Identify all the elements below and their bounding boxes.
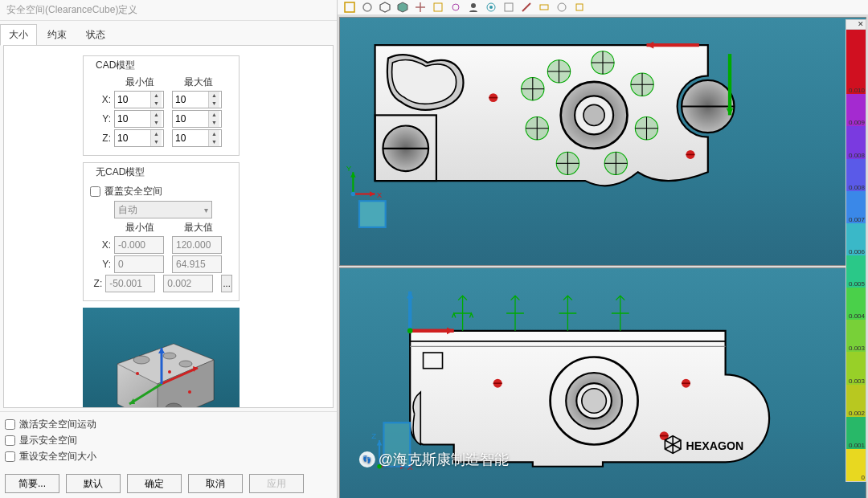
svg-point-17 bbox=[363, 3, 371, 11]
mode-dropdown[interactable]: 自动 ▾ bbox=[114, 201, 212, 218]
hexagon-logo: HEXAGON bbox=[686, 439, 744, 452]
svg-point-24 bbox=[489, 6, 493, 9]
svg-marker-93 bbox=[407, 292, 414, 299]
svg-point-34 bbox=[583, 104, 604, 125]
cad-viewer: X Y bbox=[338, 0, 868, 498]
svg-marker-19 bbox=[398, 2, 407, 12]
nocad-z-min[interactable] bbox=[105, 275, 155, 292]
tool-icon[interactable] bbox=[342, 0, 357, 14]
cube-icon[interactable] bbox=[378, 0, 392, 14]
max-header: 最大值 bbox=[174, 76, 225, 89]
svg-rect-16 bbox=[345, 2, 354, 12]
svg-text:X: X bbox=[377, 190, 383, 199]
activate-checkbox[interactable] bbox=[5, 419, 15, 430]
cad-x-min[interactable]: ▲▼ bbox=[114, 91, 164, 108]
tool-icon[interactable] bbox=[502, 0, 516, 14]
main-toolbar bbox=[338, 0, 868, 15]
nocad-z-max[interactable] bbox=[163, 275, 213, 292]
apply-button[interactable]: 应用 bbox=[249, 474, 304, 493]
reset-checkbox[interactable] bbox=[5, 451, 15, 462]
cad-z-min[interactable]: ▲▼ bbox=[114, 129, 164, 147]
svg-point-21 bbox=[452, 4, 459, 10]
svg-text:Y: Y bbox=[346, 164, 352, 173]
y-label: Y: bbox=[90, 113, 111, 124]
dialog-buttons: 简要... 默认 确定 取消 应用 bbox=[0, 469, 337, 498]
z-label: Z: bbox=[90, 133, 111, 144]
x-label: X: bbox=[90, 94, 111, 105]
top-view[interactable]: X Y bbox=[339, 17, 866, 266]
brief-button[interactable]: 简要... bbox=[5, 474, 59, 493]
settings-icon[interactable] bbox=[448, 0, 463, 14]
svg-marker-72 bbox=[350, 172, 356, 178]
nocad-y-min[interactable] bbox=[114, 255, 164, 273]
cancel-button[interactable]: 取消 bbox=[188, 474, 243, 493]
tool-icon[interactable] bbox=[360, 0, 375, 14]
cad-z-max[interactable]: ▲▼ bbox=[172, 129, 222, 147]
preview-3d[interactable] bbox=[83, 308, 240, 408]
clearance-cube-panel: 安全空间(ClearanceCube)定义 大小 约束 状态 CAD模型 最小值… bbox=[0, 0, 338, 498]
cad-fieldset: CAD模型 最小值 最大值 X: ▲▼ ▲▼ Y: ▲▼ ▲▼ Z: ▲▼ bbox=[83, 55, 240, 156]
tab-size[interactable]: 大小 bbox=[0, 24, 37, 46]
svg-marker-98 bbox=[377, 440, 383, 446]
default-button[interactable]: 默认 bbox=[66, 474, 121, 493]
min-header2: 最小值 bbox=[114, 221, 166, 235]
bottom-options: 激活安全空间运动 显示安全空间 重设安全空间大小 bbox=[0, 411, 337, 469]
tab-constraint[interactable]: 约束 bbox=[39, 24, 76, 46]
close-icon[interactable]: ✕ bbox=[846, 20, 866, 30]
svg-point-94 bbox=[407, 329, 413, 334]
svg-point-73 bbox=[351, 192, 355, 196]
svg-point-5 bbox=[179, 361, 192, 367]
svg-rect-20 bbox=[434, 3, 442, 11]
chevron-down-icon: ▾ bbox=[204, 206, 208, 214]
svg-rect-25 bbox=[505, 3, 513, 11]
svg-text:Z: Z bbox=[371, 431, 376, 440]
panel-title: 安全空间(ClearanceCube)定义 bbox=[0, 0, 337, 21]
override-checkbox[interactable] bbox=[90, 186, 100, 197]
nocad-fieldset: 无CAD模型 覆盖安全空间 自动 ▾ 最小值 最大值 X: bbox=[83, 162, 240, 301]
nocad-x-max[interactable] bbox=[172, 236, 222, 254]
tabs: 大小 约束 状态 bbox=[0, 21, 337, 46]
user-icon[interactable] bbox=[466, 0, 481, 14]
svg-point-4 bbox=[163, 353, 176, 359]
tool-icon[interactable] bbox=[572, 0, 587, 14]
nocad-x-min[interactable] bbox=[114, 236, 164, 254]
watermark: 👣 @海克斯康制造智能 bbox=[359, 450, 509, 469]
tool-icon[interactable] bbox=[519, 0, 534, 14]
tab-status[interactable]: 状态 bbox=[77, 24, 114, 46]
cad-y-max[interactable]: ▲▼ bbox=[172, 110, 222, 128]
tool-icon[interactable] bbox=[555, 0, 569, 14]
max-header2: 最大值 bbox=[174, 221, 225, 235]
override-label: 覆盖安全空间 bbox=[104, 185, 162, 198]
svg-point-7 bbox=[136, 372, 139, 375]
svg-marker-18 bbox=[380, 2, 390, 12]
svg-point-3 bbox=[133, 356, 149, 364]
browse-button[interactable]: ... bbox=[221, 275, 232, 292]
svg-marker-70 bbox=[370, 191, 375, 197]
nocad-title: 无CAD模型 bbox=[93, 165, 147, 179]
min-header: 最小值 bbox=[114, 76, 166, 89]
svg-point-22 bbox=[471, 3, 476, 8]
svg-point-8 bbox=[188, 390, 191, 394]
color-legend[interactable]: ✕ 0.0100.0090.0080.0080.0070.0060.0050.0… bbox=[845, 19, 866, 482]
cad-x-max[interactable]: ▲▼ bbox=[172, 91, 222, 108]
svg-rect-76 bbox=[359, 201, 386, 227]
cube-icon[interactable] bbox=[395, 0, 410, 14]
svg-rect-26 bbox=[540, 5, 548, 10]
ok-button[interactable]: 确定 bbox=[127, 474, 182, 493]
svg-rect-28 bbox=[576, 4, 583, 10]
svg-point-83 bbox=[582, 389, 607, 414]
view-icon[interactable] bbox=[431, 0, 445, 14]
tab-content: CAD模型 最小值 最大值 X: ▲▼ ▲▼ Y: ▲▼ ▲▼ Z: ▲▼ bbox=[3, 45, 334, 408]
cad-y-min[interactable]: ▲▼ bbox=[114, 110, 164, 128]
cad-title: CAD模型 bbox=[93, 59, 137, 72]
move-icon[interactable] bbox=[413, 0, 428, 14]
baidu-icon: 👣 bbox=[359, 451, 375, 467]
target-icon[interactable] bbox=[484, 0, 498, 14]
nocad-y-max[interactable] bbox=[172, 255, 222, 273]
tool-icon[interactable] bbox=[537, 0, 551, 14]
svg-point-9 bbox=[168, 370, 171, 374]
show-checkbox[interactable] bbox=[5, 435, 15, 446]
svg-point-27 bbox=[558, 3, 566, 11]
